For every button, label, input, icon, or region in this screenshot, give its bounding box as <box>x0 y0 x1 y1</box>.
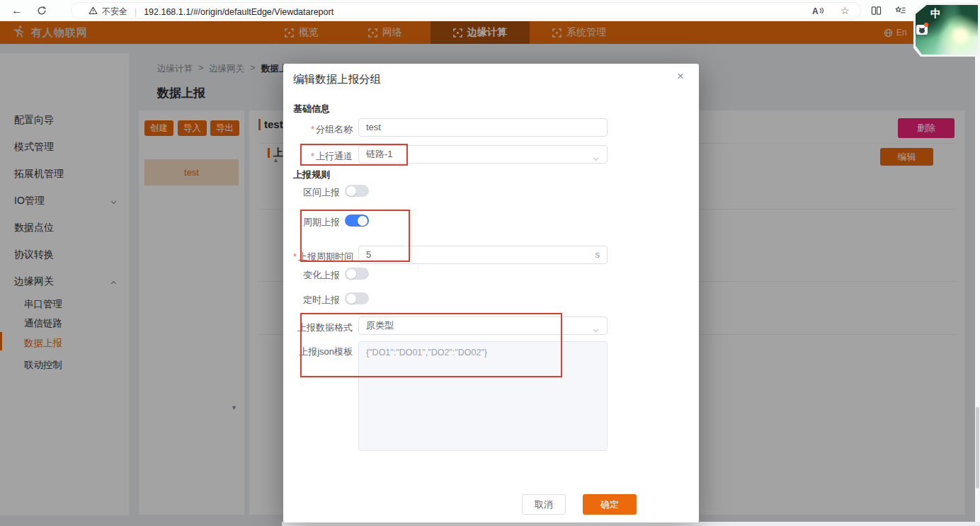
section-basic-info: 基础信息 <box>293 103 330 115</box>
browser-back-icon[interactable]: ← <box>11 0 23 21</box>
cycle-time-unit: s <box>596 246 600 263</box>
split-screen-icon[interactable] <box>871 0 882 21</box>
timed-report-label: 定时上报 <box>293 294 340 307</box>
interval-report-label: 区间上报 <box>293 186 340 199</box>
cycle-report-label: 周期上报 <box>293 216 340 229</box>
json-template-label: 上报json模板 <box>293 345 353 358</box>
address-bar[interactable]: 不安全 | 192.168.1.1/#/origin/defaultEdge/V… <box>71 2 861 19</box>
section-report-rules: 上报规则 <box>293 168 330 181</box>
json-template-textarea[interactable]: {"DO1":"DO01","DO2":"DO02"} <box>358 341 608 451</box>
timed-report-toggle[interactable] <box>345 292 369 304</box>
cycle-report-toggle[interactable] <box>345 215 369 227</box>
scrollbar-thumb[interactable] <box>976 407 979 488</box>
interval-report-toggle[interactable] <box>345 185 369 197</box>
group-name-input[interactable]: test <box>358 118 608 137</box>
browser-refresh-icon[interactable] <box>37 0 47 21</box>
uplink-channel-label: *上行通道 <box>293 150 353 163</box>
cycle-time-input[interactable]: 5 s <box>358 246 608 264</box>
url-text[interactable]: 192.168.1.1/#/origin/defaultEdge/Viewdat… <box>144 7 334 17</box>
data-format-select[interactable]: 原类型 <box>358 316 608 335</box>
edit-group-dialog: 编辑数据上报分组 × 基础信息 *分组名称 test *上行通道 链路-1 上报… <box>283 64 699 522</box>
change-report-toggle[interactable] <box>345 268 369 280</box>
cycle-time-label: *上报周期时间 <box>293 251 353 263</box>
warning-triangle-icon <box>89 6 98 17</box>
read-aloud-icon[interactable]: A <box>812 6 824 16</box>
confirm-button[interactable]: 确定 <box>583 494 637 515</box>
chevron-down-icon <box>592 323 600 340</box>
screen: ← 不安全 | 192.168.1.1/#/origin/defaultEdge… <box>0 0 980 526</box>
star-icon[interactable]: ☆ <box>841 5 850 16</box>
chevron-down-icon <box>592 151 600 168</box>
cancel-button[interactable]: 取消 <box>522 494 566 515</box>
notification-dot <box>924 23 928 27</box>
favorites-bar-icon[interactable] <box>895 0 906 21</box>
browser-toolbar: ← 不安全 | 192.168.1.1/#/origin/defaultEdge… <box>0 0 980 21</box>
group-name-label: *分组名称 <box>293 123 353 136</box>
page-scrollbar[interactable]: ▼ <box>975 44 980 526</box>
data-format-label: 上报数据格式 <box>293 321 353 334</box>
url-separator: | <box>132 7 139 17</box>
browser-extension-widget[interactable]: 中 <box>912 1 980 58</box>
change-report-label: 变化上报 <box>293 269 340 282</box>
close-icon[interactable]: × <box>677 69 684 84</box>
dialog-title: 编辑数据上报分组 <box>293 72 381 87</box>
uplink-channel-select[interactable]: 链路-1 <box>358 145 608 164</box>
widget-badge-text: 中 <box>930 7 941 21</box>
security-label[interactable]: 不安全 <box>102 6 127 18</box>
